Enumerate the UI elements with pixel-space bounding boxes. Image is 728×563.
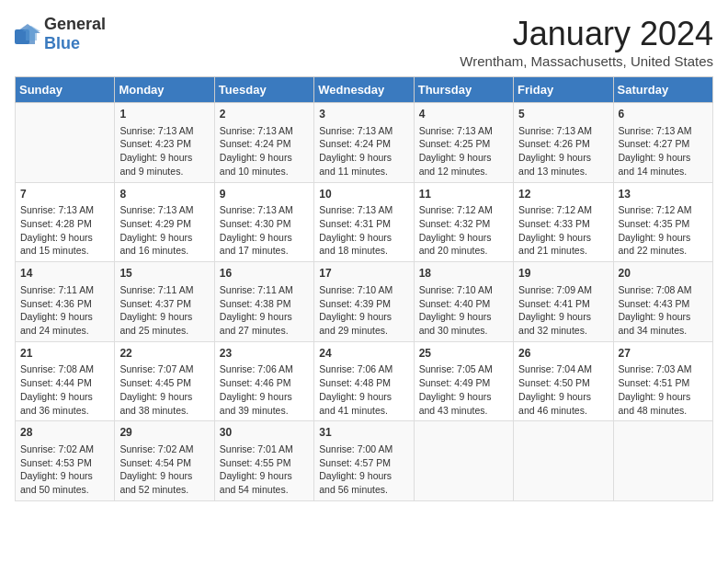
calendar-cell: 15Sunrise: 7:11 AM Sunset: 4:37 PM Dayli… <box>115 262 214 342</box>
day-header-monday: Monday <box>115 77 214 103</box>
logo-blue-text: Blue <box>44 34 80 52</box>
logo: General Blue <box>15 15 106 53</box>
day-number: 7 <box>20 187 109 202</box>
day-number: 30 <box>220 425 309 441</box>
day-details: Sunrise: 7:12 AM Sunset: 4:32 PM Dayligh… <box>419 203 508 258</box>
day-number: 3 <box>319 107 408 122</box>
day-number: 2 <box>220 107 309 122</box>
day-details: Sunrise: 7:12 AM Sunset: 4:33 PM Dayligh… <box>518 203 608 258</box>
day-number: 20 <box>619 266 708 282</box>
day-header-wednesday: Wednesday <box>314 77 414 103</box>
title-block: January 2024 Wrentham, Massachusetts, Un… <box>460 15 713 69</box>
calendar-cell: 17Sunrise: 7:10 AM Sunset: 4:39 PM Dayli… <box>314 262 414 342</box>
day-details: Sunrise: 7:04 AM Sunset: 4:50 PM Dayligh… <box>518 362 608 417</box>
calendar-cell: 14Sunrise: 7:11 AM Sunset: 4:36 PM Dayli… <box>16 262 115 342</box>
day-number: 16 <box>220 266 309 282</box>
calendar-cell: 25Sunrise: 7:05 AM Sunset: 4:49 PM Dayli… <box>414 341 513 421</box>
day-number: 27 <box>619 346 708 362</box>
calendar-cell: 22Sunrise: 7:07 AM Sunset: 4:45 PM Dayli… <box>115 341 214 421</box>
day-header-saturday: Saturday <box>613 77 712 103</box>
calendar-cell: 13Sunrise: 7:12 AM Sunset: 4:35 PM Dayli… <box>613 182 712 262</box>
day-details: Sunrise: 7:00 AM Sunset: 4:57 PM Dayligh… <box>319 442 408 497</box>
day-number: 12 <box>518 187 608 202</box>
day-number: 4 <box>419 107 508 122</box>
day-details: Sunrise: 7:11 AM Sunset: 4:36 PM Dayligh… <box>20 283 109 338</box>
day-details: Sunrise: 7:13 AM Sunset: 4:24 PM Dayligh… <box>220 124 309 178</box>
day-number: 9 <box>220 187 309 202</box>
page-header: General Blue January 2024 Wrentham, Mass… <box>15 15 713 69</box>
day-header-thursday: Thursday <box>414 77 513 103</box>
day-number: 17 <box>319 266 408 282</box>
day-number: 5 <box>518 107 608 122</box>
day-number: 13 <box>619 187 708 202</box>
day-number: 18 <box>419 266 508 282</box>
day-details: Sunrise: 7:09 AM Sunset: 4:41 PM Dayligh… <box>518 283 608 338</box>
day-number: 29 <box>119 425 209 441</box>
day-number: 19 <box>518 266 608 282</box>
calendar-cell: 27Sunrise: 7:03 AM Sunset: 4:51 PM Dayli… <box>613 341 712 421</box>
day-number: 28 <box>20 425 109 441</box>
calendar-cell: 21Sunrise: 7:08 AM Sunset: 4:44 PM Dayli… <box>16 341 115 421</box>
calendar-cell <box>514 421 613 501</box>
day-details: Sunrise: 7:13 AM Sunset: 4:29 PM Dayligh… <box>119 203 209 258</box>
month-year-title: January 2024 <box>460 15 713 53</box>
day-details: Sunrise: 7:08 AM Sunset: 4:43 PM Dayligh… <box>619 283 708 338</box>
location-subtitle: Wrentham, Massachusetts, United States <box>460 53 713 69</box>
day-details: Sunrise: 7:13 AM Sunset: 4:30 PM Dayligh… <box>220 203 309 258</box>
day-details: Sunrise: 7:13 AM Sunset: 4:25 PM Dayligh… <box>419 124 508 178</box>
day-number: 26 <box>518 346 608 362</box>
logo-icon <box>15 24 40 44</box>
calendar-header: SundayMondayTuesdayWednesdayThursdayFrid… <box>16 77 713 103</box>
day-number: 31 <box>319 425 408 441</box>
day-number: 1 <box>119 107 209 122</box>
day-details: Sunrise: 7:12 AM Sunset: 4:35 PM Dayligh… <box>619 203 708 258</box>
day-details: Sunrise: 7:06 AM Sunset: 4:46 PM Dayligh… <box>220 362 309 417</box>
calendar-cell: 30Sunrise: 7:01 AM Sunset: 4:55 PM Dayli… <box>214 421 313 501</box>
day-header-sunday: Sunday <box>16 77 115 103</box>
calendar-cell: 20Sunrise: 7:08 AM Sunset: 4:43 PM Dayli… <box>613 262 712 342</box>
calendar-cell: 10Sunrise: 7:13 AM Sunset: 4:31 PM Dayli… <box>314 182 414 262</box>
day-number: 21 <box>20 346 109 362</box>
calendar-cell: 18Sunrise: 7:10 AM Sunset: 4:40 PM Dayli… <box>414 262 513 342</box>
day-details: Sunrise: 7:13 AM Sunset: 4:28 PM Dayligh… <box>20 203 109 258</box>
week-row-5: 28Sunrise: 7:02 AM Sunset: 4:53 PM Dayli… <box>16 421 713 501</box>
week-row-3: 14Sunrise: 7:11 AM Sunset: 4:36 PM Dayli… <box>16 262 713 342</box>
day-header-friday: Friday <box>514 77 613 103</box>
calendar-cell <box>414 421 513 501</box>
calendar-cell: 31Sunrise: 7:00 AM Sunset: 4:57 PM Dayli… <box>314 421 414 501</box>
calendar-table: SundayMondayTuesdayWednesdayThursdayFrid… <box>15 76 713 501</box>
calendar-body: 1Sunrise: 7:13 AM Sunset: 4:23 PM Daylig… <box>16 103 713 501</box>
day-details: Sunrise: 7:13 AM Sunset: 4:23 PM Dayligh… <box>119 124 209 178</box>
day-details: Sunrise: 7:13 AM Sunset: 4:27 PM Dayligh… <box>619 124 708 178</box>
day-details: Sunrise: 7:11 AM Sunset: 4:38 PM Dayligh… <box>220 283 309 338</box>
day-details: Sunrise: 7:13 AM Sunset: 4:31 PM Dayligh… <box>319 203 408 258</box>
day-header-tuesday: Tuesday <box>214 77 313 103</box>
day-details: Sunrise: 7:08 AM Sunset: 4:44 PM Dayligh… <box>20 362 109 417</box>
day-details: Sunrise: 7:06 AM Sunset: 4:48 PM Dayligh… <box>319 362 408 417</box>
day-number: 25 <box>419 346 508 362</box>
day-number: 11 <box>419 187 508 202</box>
calendar-cell <box>16 103 115 183</box>
calendar-cell: 23Sunrise: 7:06 AM Sunset: 4:46 PM Dayli… <box>214 341 313 421</box>
day-details: Sunrise: 7:02 AM Sunset: 4:53 PM Dayligh… <box>20 442 109 497</box>
calendar-cell: 1Sunrise: 7:13 AM Sunset: 4:23 PM Daylig… <box>115 103 214 183</box>
day-details: Sunrise: 7:13 AM Sunset: 4:26 PM Dayligh… <box>518 124 608 178</box>
day-number: 22 <box>119 346 209 362</box>
calendar-cell: 4Sunrise: 7:13 AM Sunset: 4:25 PM Daylig… <box>414 103 513 183</box>
calendar-cell: 28Sunrise: 7:02 AM Sunset: 4:53 PM Dayli… <box>16 421 115 501</box>
day-details: Sunrise: 7:01 AM Sunset: 4:55 PM Dayligh… <box>220 442 309 497</box>
calendar-cell: 9Sunrise: 7:13 AM Sunset: 4:30 PM Daylig… <box>214 182 313 262</box>
day-number: 8 <box>119 187 209 202</box>
calendar-cell: 16Sunrise: 7:11 AM Sunset: 4:38 PM Dayli… <box>214 262 313 342</box>
day-details: Sunrise: 7:07 AM Sunset: 4:45 PM Dayligh… <box>119 362 209 417</box>
calendar-cell: 29Sunrise: 7:02 AM Sunset: 4:54 PM Dayli… <box>115 421 214 501</box>
day-number: 14 <box>20 266 109 282</box>
week-row-4: 21Sunrise: 7:08 AM Sunset: 4:44 PM Dayli… <box>16 341 713 421</box>
week-row-2: 7Sunrise: 7:13 AM Sunset: 4:28 PM Daylig… <box>16 182 713 262</box>
day-number: 24 <box>319 346 408 362</box>
day-number: 15 <box>119 266 209 282</box>
day-details: Sunrise: 7:05 AM Sunset: 4:49 PM Dayligh… <box>419 362 508 417</box>
days-row: SundayMondayTuesdayWednesdayThursdayFrid… <box>16 77 713 103</box>
calendar-cell: 6Sunrise: 7:13 AM Sunset: 4:27 PM Daylig… <box>613 103 712 183</box>
calendar-cell: 8Sunrise: 7:13 AM Sunset: 4:29 PM Daylig… <box>115 182 214 262</box>
